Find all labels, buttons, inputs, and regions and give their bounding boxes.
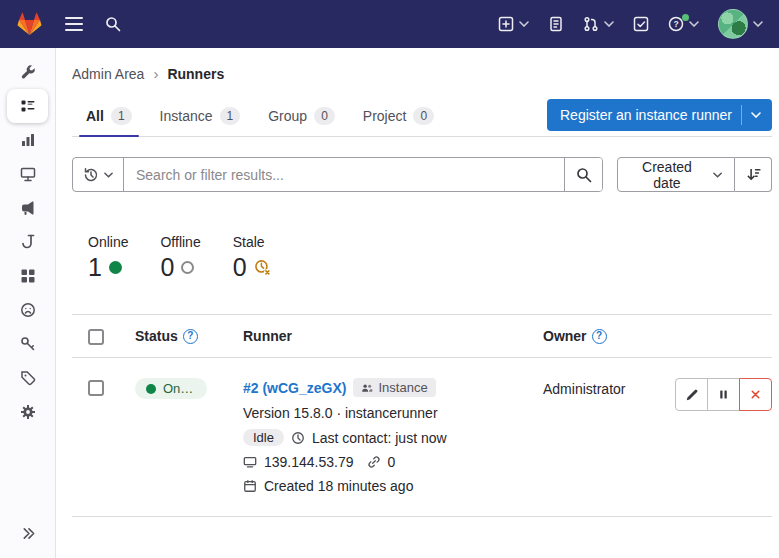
breadcrumb: Admin Area › Runners	[72, 48, 772, 95]
tab-count-badge: 0	[314, 107, 335, 125]
stat-label: Offline	[160, 234, 200, 250]
svg-text:?: ?	[673, 19, 678, 29]
runner-link[interactable]: #2 (wCG_zeGX)	[243, 380, 346, 396]
tab-group[interactable]: Group 0	[254, 95, 349, 136]
sidebar-item-settings[interactable]	[7, 395, 48, 429]
pencil-icon	[685, 388, 699, 402]
stat-value: 0	[160, 253, 174, 282]
status-help-icon[interactable]: ?	[183, 329, 198, 344]
sidebar-item-labels[interactable]	[7, 361, 48, 395]
tab-instance[interactable]: Instance 1	[146, 95, 255, 136]
runner-column-header: Runner	[243, 328, 292, 344]
runner-type-badge: Instance	[353, 378, 435, 397]
sort-by-dropdown[interactable]: Created date	[617, 157, 735, 192]
merge-requests-button[interactable]	[583, 16, 614, 32]
runner-row: Online #2 (wCG_zeGX) Instance	[72, 358, 772, 517]
stat-label: Stale	[233, 234, 271, 250]
tab-count-badge: 1	[111, 107, 132, 125]
user-menu-button[interactable]	[718, 9, 763, 39]
hamburger-menu-button[interactable]	[65, 17, 83, 31]
tab-count-badge: 1	[220, 107, 241, 125]
jobs-count-text: 0	[388, 454, 396, 470]
tab-project[interactable]: Project 0	[349, 95, 448, 136]
sidebar-item-deploy-keys[interactable]	[7, 327, 48, 361]
status-column-header: Status	[135, 328, 178, 344]
select-all-checkbox[interactable]	[88, 329, 104, 345]
todos-button[interactable]	[633, 16, 649, 32]
breadcrumb-runners: Runners	[167, 66, 224, 82]
clock-icon	[291, 431, 305, 445]
runner-type-label: Instance	[378, 380, 427, 395]
help-menu-button[interactable]: ?	[668, 16, 699, 32]
created-ago-text: Created 18 minutes ago	[264, 478, 413, 494]
admin-sidebar	[0, 48, 56, 558]
sidebar-item-abuse-reports[interactable]	[7, 293, 48, 327]
sidebar-item-admin-area[interactable]	[7, 55, 48, 89]
bar-chart-icon	[20, 132, 36, 148]
search-input[interactable]	[124, 158, 564, 191]
online-status-icon	[109, 261, 122, 274]
overview-icon	[20, 98, 36, 114]
new-menu-button[interactable]	[498, 16, 529, 32]
status-badge-label: Online	[163, 381, 196, 396]
wrench-icon	[20, 64, 36, 80]
breadcrumb-admin-area[interactable]: Admin Area	[72, 66, 144, 82]
row-checkbox[interactable]	[88, 380, 104, 396]
notification-dot	[682, 14, 689, 21]
pause-runner-button[interactable]	[707, 378, 740, 411]
delete-runner-button[interactable]	[739, 378, 772, 411]
sidebar-item-applications[interactable]	[7, 259, 48, 293]
sidebar-item-monitoring[interactable]	[7, 157, 48, 191]
register-instance-runner-button[interactable]: Register an instance runner	[547, 99, 772, 131]
owner-help-icon[interactable]: ?	[592, 329, 607, 344]
megaphone-icon	[20, 200, 36, 216]
tab-count-badge: 0	[413, 107, 434, 125]
sort-by-label: Created date	[630, 159, 704, 191]
search-history-dropdown[interactable]	[73, 158, 124, 191]
chevron-double-right-icon	[21, 526, 36, 541]
ip-address-text: 139.144.53.79	[264, 454, 354, 470]
label-tag-icon	[20, 370, 36, 386]
main-content: Admin Area › Runners All 1 Instance 1 Gr…	[56, 48, 779, 558]
sidebar-expand-button[interactable]	[8, 518, 49, 548]
topbar: ?	[0, 0, 779, 48]
monitor-icon	[20, 166, 36, 182]
runner-summary-cell: #2 (wCG_zeGX) Instance Version 15.8.0 · …	[243, 378, 543, 494]
sidebar-item-system-hooks[interactable]	[7, 225, 48, 259]
link-icon	[367, 455, 381, 469]
search-submit-button[interactable]	[564, 158, 602, 191]
stat-label: Online	[88, 234, 128, 250]
chevron-down-icon	[753, 21, 763, 27]
sidebar-item-messages[interactable]	[7, 191, 48, 225]
stat-online: Online 1	[88, 234, 128, 282]
chevron-down-icon	[104, 172, 113, 178]
filtered-search	[72, 157, 603, 192]
sidebar-item-analytics[interactable]	[7, 123, 48, 157]
sort-direction-button[interactable]	[735, 157, 772, 192]
close-x-icon	[749, 388, 762, 401]
stat-stale: Stale 0	[233, 234, 271, 282]
instance-badge-icon	[361, 382, 373, 394]
row-actions	[663, 378, 772, 411]
chevron-down-icon	[519, 21, 529, 27]
stat-value: 1	[88, 253, 102, 282]
edit-runner-button[interactable]	[675, 378, 708, 411]
tab-label: All	[86, 108, 104, 124]
register-button-label: Register an instance runner	[560, 107, 732, 123]
todos-check-icon	[633, 16, 649, 32]
calendar-icon	[243, 479, 257, 493]
sidebar-item-overview[interactable]	[7, 89, 48, 123]
search-icon	[105, 16, 121, 32]
last-contact-text: Last contact: just now	[312, 430, 447, 446]
tab-all[interactable]: All 1	[72, 95, 146, 136]
gitlab-logo[interactable]	[16, 11, 43, 38]
chevron-down-icon	[713, 172, 722, 178]
global-search-button[interactable]	[105, 16, 121, 32]
chevron-down-icon	[751, 112, 761, 118]
issues-button[interactable]	[548, 16, 564, 32]
button-divider	[741, 105, 742, 125]
avatar	[718, 9, 748, 39]
tab-label: Group	[268, 108, 307, 124]
runner-status-summary: Online 1 Offline 0 Stale 0	[72, 234, 772, 282]
runner-version: Version 15.8.0 · instancerunner	[243, 405, 438, 421]
